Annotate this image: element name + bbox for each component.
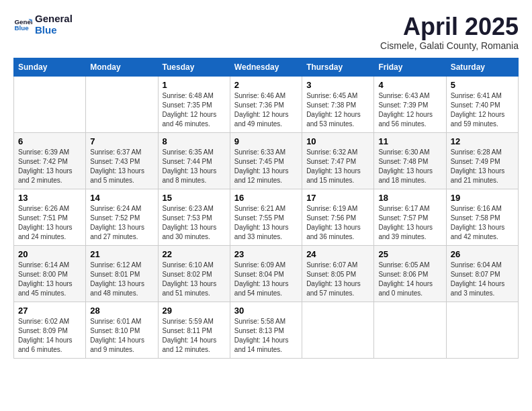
calendar-cell: 25Sunrise: 6:05 AMSunset: 8:06 PMDayligh… [374, 245, 446, 302]
page-header: General Blue General Blue April 2025 Cis… [13, 13, 519, 51]
calendar-cell: 29Sunrise: 5:59 AMSunset: 8:11 PMDayligh… [158, 302, 230, 358]
day-number: 11 [378, 136, 441, 146]
calendar-cell: 11Sunrise: 6:30 AMSunset: 7:48 PMDayligh… [374, 132, 446, 189]
day-number: 4 [378, 80, 441, 90]
calendar-cell [374, 302, 446, 358]
calendar-cell: 9Sunrise: 6:33 AMSunset: 7:45 PMDaylight… [230, 132, 302, 189]
day-info: Sunrise: 6:46 AMSunset: 7:36 PMDaylight:… [234, 91, 298, 129]
day-header: Thursday [302, 58, 374, 76]
day-number: 23 [234, 249, 298, 259]
calendar-header-row: SundayMondayTuesdayWednesdayThursdayFrid… [14, 58, 519, 76]
day-info: Sunrise: 6:39 AMSunset: 7:42 PMDaylight:… [18, 148, 81, 185]
day-info: Sunrise: 6:32 AMSunset: 7:47 PMDaylight:… [306, 148, 369, 185]
day-info: Sunrise: 6:01 AMSunset: 8:10 PMDaylight:… [90, 317, 153, 355]
calendar-cell: 15Sunrise: 6:23 AMSunset: 7:53 PMDayligh… [158, 189, 230, 245]
day-info: Sunrise: 6:19 AMSunset: 7:56 PMDaylight:… [306, 204, 369, 242]
day-number: 2 [234, 80, 298, 90]
day-number: 30 [234, 306, 298, 316]
day-info: Sunrise: 6:16 AMSunset: 7:58 PMDaylight:… [451, 204, 514, 242]
day-info: Sunrise: 6:14 AMSunset: 8:00 PMDaylight:… [18, 261, 81, 298]
calendar-cell: 8Sunrise: 6:35 AMSunset: 7:44 PMDaylight… [158, 132, 230, 189]
day-number: 20 [18, 249, 81, 259]
day-info: Sunrise: 6:28 AMSunset: 7:49 PMDaylight:… [451, 148, 514, 185]
day-info: Sunrise: 6:37 AMSunset: 7:43 PMDaylight:… [90, 148, 153, 185]
day-info: Sunrise: 6:35 AMSunset: 7:44 PMDaylight:… [163, 148, 226, 185]
day-info: Sunrise: 6:45 AMSunset: 7:38 PMDaylight:… [306, 91, 369, 129]
day-header: Sunday [14, 58, 86, 76]
day-header: Saturday [446, 58, 518, 76]
month-title: April 2025 [380, 13, 519, 40]
calendar-cell: 16Sunrise: 6:21 AMSunset: 7:55 PMDayligh… [230, 189, 302, 245]
day-number: 17 [306, 193, 369, 203]
logo-line1: General [35, 13, 73, 25]
calendar-cell: 21Sunrise: 6:12 AMSunset: 8:01 PMDayligh… [86, 245, 158, 302]
calendar-cell: 17Sunrise: 6:19 AMSunset: 7:56 PMDayligh… [302, 189, 374, 245]
calendar-week-row: 20Sunrise: 6:14 AMSunset: 8:00 PMDayligh… [14, 245, 519, 302]
day-number: 18 [378, 193, 441, 203]
day-number: 7 [90, 136, 153, 146]
logo-icon: General Blue [13, 15, 32, 34]
calendar-cell: 14Sunrise: 6:24 AMSunset: 7:52 PMDayligh… [86, 189, 158, 245]
day-number: 10 [306, 136, 369, 146]
logo-line2: Blue [35, 25, 73, 36]
calendar-week-row: 13Sunrise: 6:26 AMSunset: 7:51 PMDayligh… [14, 189, 519, 245]
calendar-cell: 13Sunrise: 6:26 AMSunset: 7:51 PMDayligh… [14, 189, 86, 245]
calendar-cell [14, 76, 86, 132]
day-info: Sunrise: 6:05 AMSunset: 8:06 PMDaylight:… [378, 261, 441, 298]
calendar-cell: 24Sunrise: 6:07 AMSunset: 8:05 PMDayligh… [302, 245, 374, 302]
day-number: 28 [90, 306, 153, 316]
day-number: 8 [163, 136, 226, 146]
day-info: Sunrise: 6:17 AMSunset: 7:57 PMDaylight:… [378, 204, 441, 242]
day-number: 27 [18, 306, 81, 316]
day-info: Sunrise: 6:10 AMSunset: 8:02 PMDaylight:… [163, 261, 226, 298]
day-number: 22 [163, 249, 226, 259]
day-number: 25 [378, 249, 441, 259]
day-number: 6 [18, 136, 81, 146]
day-info: Sunrise: 6:12 AMSunset: 8:01 PMDaylight:… [90, 261, 153, 298]
day-info: Sunrise: 6:09 AMSunset: 8:04 PMDaylight:… [234, 261, 298, 298]
day-number: 14 [90, 193, 153, 203]
calendar-cell: 28Sunrise: 6:01 AMSunset: 8:10 PMDayligh… [86, 302, 158, 358]
day-info: Sunrise: 6:43 AMSunset: 7:39 PMDaylight:… [378, 91, 441, 129]
day-number: 29 [163, 306, 226, 316]
day-number: 12 [451, 136, 514, 146]
day-info: Sunrise: 6:26 AMSunset: 7:51 PMDaylight:… [18, 204, 81, 242]
calendar-cell: 23Sunrise: 6:09 AMSunset: 8:04 PMDayligh… [230, 245, 302, 302]
day-header: Tuesday [158, 58, 230, 76]
day-number: 16 [234, 193, 298, 203]
day-info: Sunrise: 6:30 AMSunset: 7:48 PMDaylight:… [378, 148, 441, 185]
calendar-cell: 19Sunrise: 6:16 AMSunset: 7:58 PMDayligh… [446, 189, 518, 245]
day-number: 24 [306, 249, 369, 259]
day-number: 19 [451, 193, 514, 203]
calendar-cell: 7Sunrise: 6:37 AMSunset: 7:43 PMDaylight… [86, 132, 158, 189]
calendar-week-row: 1Sunrise: 6:48 AMSunset: 7:35 PMDaylight… [14, 76, 519, 132]
title-section: April 2025 Cismele, Galati County, Roman… [380, 13, 519, 51]
calendar-cell [446, 302, 518, 358]
day-number: 9 [234, 136, 298, 146]
calendar-cell: 6Sunrise: 6:39 AMSunset: 7:42 PMDaylight… [14, 132, 86, 189]
calendar-cell: 26Sunrise: 6:04 AMSunset: 8:07 PMDayligh… [446, 245, 518, 302]
calendar-cell [302, 302, 374, 358]
day-info: Sunrise: 6:04 AMSunset: 8:07 PMDaylight:… [451, 261, 514, 298]
day-info: Sunrise: 6:33 AMSunset: 7:45 PMDaylight:… [234, 148, 298, 185]
day-info: Sunrise: 5:58 AMSunset: 8:13 PMDaylight:… [234, 317, 298, 355]
calendar-cell: 30Sunrise: 5:58 AMSunset: 8:13 PMDayligh… [230, 302, 302, 358]
calendar-cell: 12Sunrise: 6:28 AMSunset: 7:49 PMDayligh… [446, 132, 518, 189]
day-info: Sunrise: 6:21 AMSunset: 7:55 PMDaylight:… [234, 204, 298, 242]
calendar-cell: 20Sunrise: 6:14 AMSunset: 8:00 PMDayligh… [14, 245, 86, 302]
calendar-cell: 10Sunrise: 6:32 AMSunset: 7:47 PMDayligh… [302, 132, 374, 189]
calendar-table: SundayMondayTuesdayWednesdayThursdayFrid… [13, 58, 519, 359]
svg-text:Blue: Blue [14, 24, 29, 32]
day-number: 15 [163, 193, 226, 203]
day-info: Sunrise: 6:48 AMSunset: 7:35 PMDaylight:… [163, 91, 226, 129]
calendar-cell: 4Sunrise: 6:43 AMSunset: 7:39 PMDaylight… [374, 76, 446, 132]
day-info: Sunrise: 6:41 AMSunset: 7:40 PMDaylight:… [451, 91, 514, 129]
day-number: 5 [451, 80, 514, 90]
day-info: Sunrise: 6:07 AMSunset: 8:05 PMDaylight:… [306, 261, 369, 298]
calendar-cell: 3Sunrise: 6:45 AMSunset: 7:38 PMDaylight… [302, 76, 374, 132]
calendar-cell: 1Sunrise: 6:48 AMSunset: 7:35 PMDaylight… [158, 76, 230, 132]
day-info: Sunrise: 6:24 AMSunset: 7:52 PMDaylight:… [90, 204, 153, 242]
calendar-cell: 18Sunrise: 6:17 AMSunset: 7:57 PMDayligh… [374, 189, 446, 245]
day-number: 21 [90, 249, 153, 259]
calendar-cell [86, 76, 158, 132]
